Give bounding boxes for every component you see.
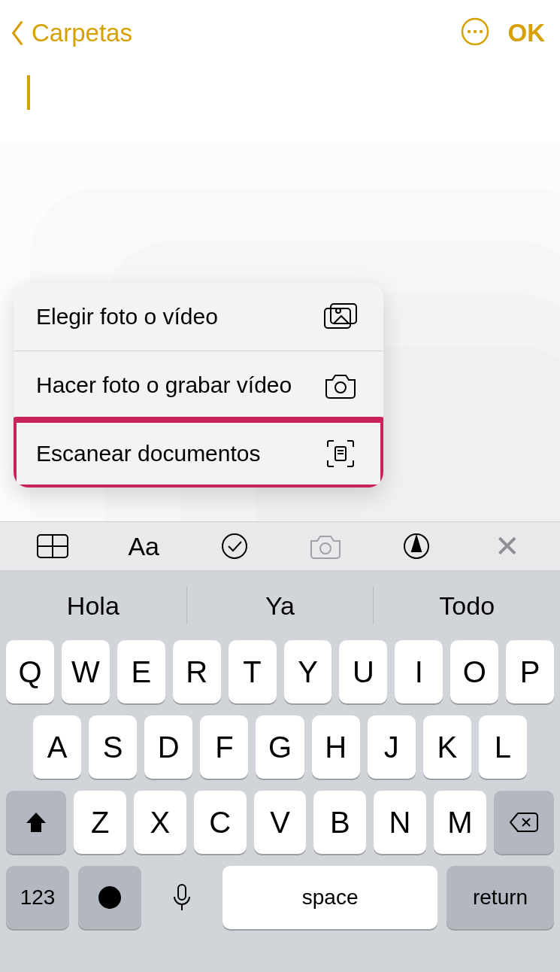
- key-row-2: A S D F G H J K L: [0, 715, 560, 779]
- camera-attachment-tool[interactable]: [295, 521, 356, 571]
- key-d[interactable]: D: [144, 715, 192, 779]
- back-label: Carpetas: [32, 19, 132, 47]
- key-row-4: 123 space return: [0, 866, 560, 929]
- backspace-key[interactable]: [494, 791, 554, 854]
- key-o[interactable]: O: [450, 640, 498, 703]
- key-n[interactable]: N: [374, 791, 426, 854]
- microphone-icon: [172, 883, 192, 912]
- key-p[interactable]: P: [506, 640, 554, 703]
- key-k[interactable]: K: [423, 715, 471, 779]
- camera-icon: [320, 371, 361, 399]
- key-r[interactable]: R: [173, 640, 221, 703]
- svg-point-3: [479, 30, 482, 33]
- photo-library-icon: [320, 302, 361, 331]
- key-q[interactable]: Q: [6, 640, 54, 703]
- markup-tool[interactable]: [386, 521, 446, 571]
- backspace-icon: [509, 811, 539, 834]
- svg-rect-24: [178, 885, 186, 900]
- key-h[interactable]: H: [312, 715, 360, 779]
- dictation-key[interactable]: [150, 866, 213, 929]
- key-row-3: Z X C V B N M: [0, 791, 560, 854]
- note-editor[interactable]: [0, 65, 560, 155]
- keyboard: Hola Ya Todo Q W E R T Y U I O P A S D F…: [0, 571, 560, 972]
- done-button[interactable]: OK: [508, 19, 546, 47]
- checklist-tool[interactable]: [204, 521, 265, 571]
- globe-icon: [97, 885, 123, 910]
- close-toolbar[interactable]: ✕: [477, 521, 537, 571]
- nav-right: OK: [460, 17, 546, 50]
- key-u[interactable]: U: [339, 640, 387, 703]
- suggestion-3[interactable]: Todo: [373, 587, 560, 624]
- choose-photo-video[interactable]: Elegir foto o vídeo: [14, 283, 383, 351]
- key-z[interactable]: Z: [74, 791, 126, 854]
- notes-format-toolbar: Aa ✕: [0, 521, 560, 571]
- scan-documents[interactable]: Escanear documentos: [14, 420, 383, 488]
- insert-menu-popup: Elegir foto o vídeo Hacer foto o grabar …: [14, 283, 383, 488]
- svg-point-15: [320, 543, 331, 554]
- key-e[interactable]: E: [117, 640, 165, 703]
- key-g[interactable]: G: [256, 715, 304, 779]
- key-c[interactable]: C: [194, 791, 247, 854]
- key-row-1: Q W E R T Y U I O P: [0, 640, 560, 703]
- space-key[interactable]: space: [222, 866, 437, 929]
- suggestion-1[interactable]: Hola: [0, 587, 186, 624]
- suggestion-2[interactable]: Ya: [186, 587, 374, 624]
- key-i[interactable]: I: [395, 640, 443, 703]
- menu-item-label: Escanear documentos: [36, 423, 320, 484]
- svg-rect-4: [325, 308, 350, 328]
- svg-point-7: [335, 382, 346, 393]
- more-button[interactable]: [460, 17, 490, 50]
- menu-item-label: Elegir foto o vídeo: [36, 286, 320, 348]
- numbers-key[interactable]: 123: [6, 866, 69, 929]
- key-j[interactable]: J: [368, 715, 416, 779]
- nav-bar: Carpetas OK: [0, 0, 560, 65]
- chevron-left-icon: [6, 18, 29, 48]
- shift-icon: [23, 809, 49, 835]
- text-cursor: [27, 75, 30, 110]
- key-x[interactable]: X: [134, 791, 186, 854]
- predictive-text-bar: Hola Ya Todo: [0, 571, 560, 640]
- menu-item-label: Hacer foto o grabar vídeo: [36, 354, 320, 416]
- svg-point-2: [473, 30, 476, 33]
- key-l[interactable]: L: [479, 715, 527, 779]
- table-tool[interactable]: [23, 521, 83, 571]
- return-key[interactable]: return: [446, 866, 554, 929]
- key-a[interactable]: A: [33, 715, 81, 779]
- svg-point-6: [336, 308, 341, 313]
- key-m[interactable]: M: [434, 791, 486, 854]
- svg-rect-5: [331, 304, 356, 323]
- globe-key[interactable]: [78, 866, 141, 929]
- document-scan-icon: [320, 438, 361, 469]
- key-w[interactable]: W: [62, 640, 110, 703]
- take-photo-video[interactable]: Hacer foto o grabar vídeo: [14, 351, 383, 419]
- shift-key[interactable]: [6, 791, 66, 854]
- key-f[interactable]: F: [200, 715, 248, 779]
- svg-point-1: [467, 30, 470, 33]
- back-button[interactable]: Carpetas: [6, 18, 132, 48]
- key-y[interactable]: Y: [284, 640, 332, 703]
- key-v[interactable]: V: [254, 791, 307, 854]
- key-b[interactable]: B: [313, 791, 366, 854]
- key-t[interactable]: T: [229, 640, 277, 703]
- close-icon: ✕: [495, 529, 520, 563]
- text-format-tool[interactable]: Aa: [114, 521, 174, 571]
- key-s[interactable]: S: [89, 715, 137, 779]
- svg-point-14: [222, 534, 247, 558]
